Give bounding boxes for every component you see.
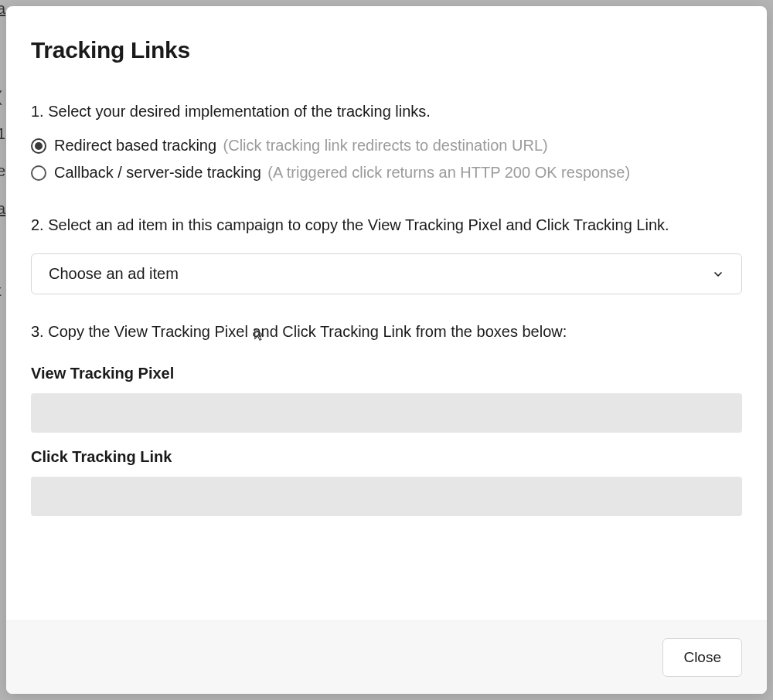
chevron-down-icon [712,268,724,280]
tracking-links-modal: Tracking Links 1. Select your desired im… [6,6,767,694]
click-link-output[interactable] [31,477,742,516]
step3-instruction: 3. Copy the View Tracking Pixel and Clic… [31,321,742,343]
click-link-label: Click Tracking Link [31,448,742,466]
ad-item-select[interactable]: Choose an ad item [31,253,742,294]
modal-title: Tracking Links [31,37,742,63]
radio-label: Callback / server-side tracking [54,164,261,181]
view-pixel-output[interactable] [31,393,742,433]
step1-instruction: 1. Select your desired implementation of… [31,100,742,123]
radio-indicator-icon [31,165,46,181]
radio-indicator-icon [31,138,46,154]
modal-footer: Close [6,620,767,694]
radio-label: Redirect based tracking [54,137,216,154]
view-pixel-label: View Tracking Pixel [31,365,742,382]
radio-hint: (Click tracking link redirects to destin… [223,137,548,154]
radio-redirect-tracking[interactable]: Redirect based tracking (Click tracking … [31,137,742,155]
radio-callback-tracking[interactable]: Callback / server-side tracking (A trigg… [31,164,742,182]
radio-hint: (A triggered click returns an HTTP 200 O… [267,164,630,181]
close-button[interactable]: Close [662,638,742,677]
step2-instruction: 2. Select an ad item in this campaign to… [31,214,742,236]
select-placeholder: Choose an ad item [49,265,179,283]
modal-body: Tracking Links 1. Select your desired im… [6,6,767,620]
tracking-type-radio-group: Redirect based tracking (Click tracking … [31,137,742,182]
